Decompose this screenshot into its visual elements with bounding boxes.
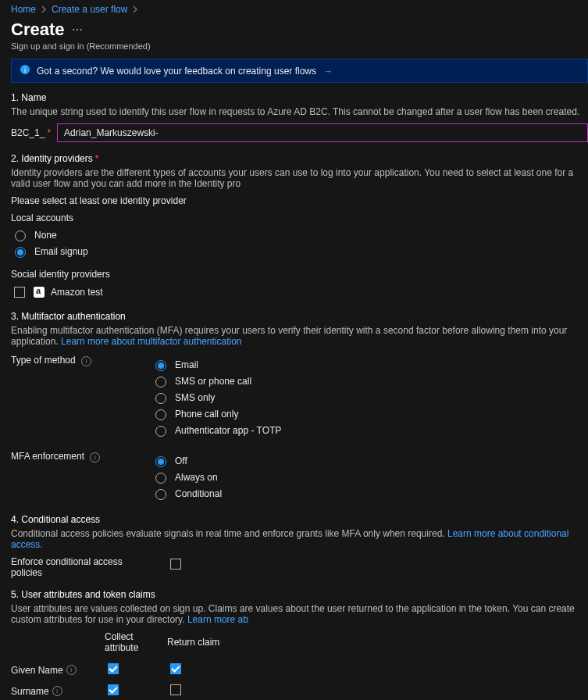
name-prefix-label: B2C_1_* <box>11 127 51 138</box>
section-identity-providers: 2. Identity providers* Identity provider… <box>11 153 588 300</box>
mfa-method-sms-radio[interactable] <box>155 377 166 388</box>
mfa-method-email-radio[interactable] <box>155 360 166 371</box>
section-conditional-access: 4. Conditional access Conditional access… <box>11 514 588 578</box>
given-name-collect-checkbox[interactable] <box>108 663 119 674</box>
amazon-icon <box>34 287 45 298</box>
mfa-method-totp-option[interactable]: Authenticator app - TOTP <box>151 423 588 437</box>
svg-text:i: i <box>24 66 26 74</box>
section-mfa-desc: Enabling multifactor authentication (MFA… <box>11 325 588 347</box>
mfa-enforce-conditional-option[interactable]: Conditional <box>151 487 588 500</box>
local-email-label: Email signup <box>34 246 88 257</box>
mfa-enforce-off-radio[interactable] <box>155 456 166 467</box>
mfa-method-label: Type of method i <box>11 355 120 440</box>
mfa-method-phoneonly-option[interactable]: Phone call only <box>151 407 588 420</box>
local-none-radio[interactable] <box>15 230 26 241</box>
arrow-right-icon: → <box>324 66 333 76</box>
breadcrumb-home[interactable]: Home <box>11 4 36 15</box>
attr-row-given-name: Given Namei <box>11 661 588 679</box>
section-idp-title: 2. Identity providers* <box>11 153 588 164</box>
info-icon[interactable]: i <box>52 686 62 696</box>
name-input[interactable] <box>57 123 588 142</box>
section-attrs-desc: User attributes are values collected on … <box>11 603 588 625</box>
attrs-col-return: Return claim <box>167 637 230 648</box>
mfa-learn-more-link[interactable]: Learn more about multifactor authenticat… <box>61 336 241 347</box>
info-icon[interactable]: i <box>90 452 100 462</box>
section-ca-title: 4. Conditional access <box>11 514 588 525</box>
ca-enforce-checkbox[interactable] <box>170 559 181 570</box>
attrs-learn-more-link[interactable]: Learn more ab <box>187 614 248 625</box>
attrs-header: Collect attribute Return claim <box>11 631 588 653</box>
info-icon[interactable]: i <box>81 356 91 366</box>
mfa-enforce-off-option[interactable]: Off <box>151 454 588 467</box>
section-idp-desc: Identity providers are the different typ… <box>11 167 588 189</box>
mfa-method-email-option[interactable]: Email <box>151 358 588 371</box>
section-mfa: 3. Multifactor authentication Enabling m… <box>11 311 588 503</box>
mfa-enforce-always-radio[interactable] <box>155 473 166 484</box>
more-actions-icon[interactable]: ⋯ <box>72 24 83 35</box>
social-amazon-label: Amazon test <box>51 287 103 298</box>
info-icon: i <box>20 64 30 77</box>
page-subtitle: Sign up and sign in (Recommended) <box>11 41 588 51</box>
mfa-method-smsonly-radio[interactable] <box>155 393 166 404</box>
feedback-banner[interactable]: i Got a second? We would love your feedb… <box>11 59 588 83</box>
chevron-right-icon <box>41 4 47 15</box>
section-name-desc: The unique string used to identify this … <box>11 106 588 117</box>
page-title: Create <box>11 20 64 40</box>
section-mfa-title: 3. Multifactor authentication <box>11 311 588 322</box>
mfa-enforce-always-option[interactable]: Always on <box>151 470 588 484</box>
mfa-method-sms-option[interactable]: SMS or phone call <box>151 374 588 388</box>
local-email-option[interactable]: Email signup <box>11 245 588 258</box>
mfa-method-totp-radio[interactable] <box>155 426 166 437</box>
section-user-attributes: 5. User attributes and token claims User… <box>11 589 588 700</box>
mfa-enforcement-label: MFA enforcement i <box>11 451 120 503</box>
local-none-option[interactable]: None <box>11 228 588 241</box>
chevron-right-icon <box>132 4 138 15</box>
local-none-label: None <box>34 230 57 241</box>
section-ca-desc: Conditional access policies evaluate sig… <box>11 528 588 550</box>
social-amazon-checkbox[interactable] <box>14 287 25 298</box>
given-name-return-checkbox[interactable] <box>170 663 181 674</box>
social-providers-heading: Social identity providers <box>11 269 588 280</box>
local-accounts-heading: Local accounts <box>11 212 588 223</box>
ca-enforce-label: Enforce conditional access policies <box>11 556 136 578</box>
mfa-method-phoneonly-radio[interactable] <box>155 409 166 420</box>
attr-row-surname: Surnamei <box>11 682 588 700</box>
local-email-radio[interactable] <box>15 247 26 258</box>
section-name-title: 1. Name <box>11 92 588 103</box>
breadcrumb-create-user-flow[interactable]: Create a user flow <box>52 4 127 15</box>
section-name: 1. Name The unique string used to identi… <box>11 92 588 142</box>
breadcrumb: Home Create a user flow <box>11 0 588 15</box>
social-amazon-option[interactable]: Amazon test <box>11 284 588 300</box>
surname-collect-checkbox[interactable] <box>108 684 119 695</box>
mfa-method-smsonly-option[interactable]: SMS only <box>151 391 588 404</box>
idp-hint: Please select at least one identity prov… <box>11 195 588 206</box>
info-icon[interactable]: i <box>66 665 77 675</box>
surname-return-checkbox[interactable] <box>170 684 181 695</box>
mfa-enforce-conditional-radio[interactable] <box>155 489 166 500</box>
section-attrs-title: 5. User attributes and token claims <box>11 589 588 600</box>
attrs-col-collect: Collect attribute <box>105 631 167 653</box>
feedback-text: Got a second? We would love your feedbac… <box>37 66 316 77</box>
